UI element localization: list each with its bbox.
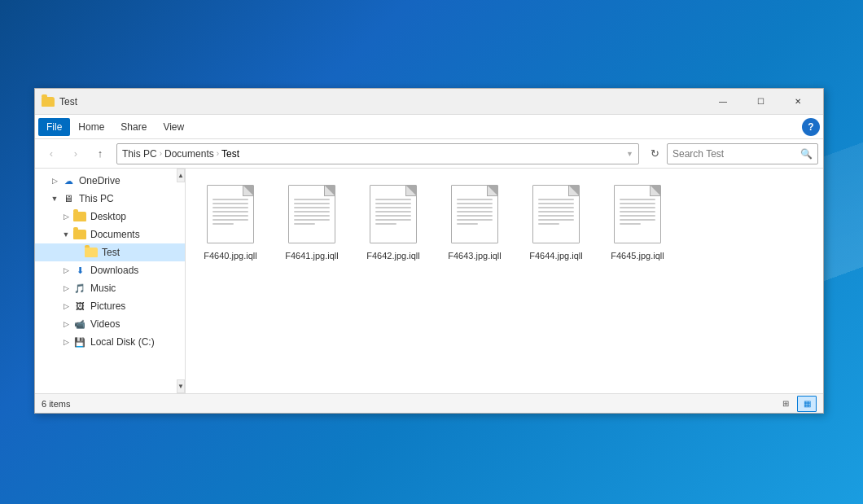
file-name: F4645.jpg.iqll	[611, 250, 664, 261]
sidebar-label-test: Test	[102, 247, 120, 258]
tile-view-button[interactable]: ▦	[797, 396, 817, 412]
file-name: F4643.jpg.iqll	[448, 250, 501, 261]
content-area: F4640.jpg.iqllF4641.jpg.iqllF4642.jpg.iq…	[186, 169, 823, 393]
document-icon	[370, 185, 417, 243]
address-sep-1: ›	[160, 149, 162, 158]
sidebar-label-downloads: Downloads	[90, 265, 138, 276]
search-icon[interactable]: 🔍	[800, 148, 813, 160]
up-button[interactable]: ↑	[89, 142, 112, 165]
maximize-button[interactable]: ☐	[742, 89, 779, 115]
title-bar: Test — ☐ ✕	[35, 89, 823, 115]
sidebar-item-onedrive[interactable]: ▷ ☁ OneDrive	[35, 172, 185, 190]
address-part-2: Documents	[164, 148, 214, 160]
onedrive-icon: ☁	[61, 174, 76, 187]
document-icon	[288, 185, 335, 243]
main-area: ▲ ▷ ☁ OneDrive ▼ 🖥 This PC ▷	[35, 169, 823, 393]
menu-view[interactable]: View	[155, 118, 192, 136]
file-item[interactable]: F4643.jpg.iqll	[438, 177, 511, 266]
sidebar-item-desktop[interactable]: ▷ Desktop	[35, 208, 185, 226]
videos-icon: 📹	[72, 318, 87, 331]
file-item[interactable]: F4641.jpg.iqll	[275, 177, 348, 266]
file-icon-wrapper	[528, 182, 585, 247]
sidebar-item-test[interactable]: Test	[35, 243, 185, 261]
disk-icon: 💾	[72, 335, 87, 348]
status-items-count: 6 items	[42, 399, 70, 409]
expand-arrow-localdisk[interactable]: ▷	[59, 335, 72, 348]
downloads-icon: ⬇	[72, 264, 87, 277]
file-icon-wrapper	[283, 182, 340, 247]
document-icon	[451, 185, 498, 243]
pictures-icon: 🖼	[72, 300, 87, 313]
file-name: F4644.jpg.iqll	[529, 250, 582, 261]
close-button[interactable]: ✕	[779, 89, 817, 115]
file-name: F4641.jpg.iqll	[285, 250, 338, 261]
menu-home[interactable]: Home	[70, 118, 112, 136]
sidebar-label-videos: Videos	[90, 318, 120, 330]
minimize-button[interactable]: —	[704, 89, 742, 115]
sidebar-item-localdisk[interactable]: ▷ 💾 Local Disk (C:)	[35, 333, 185, 351]
sidebar-item-pictures[interactable]: ▷ 🖼 Pictures	[35, 297, 185, 315]
file-name: F4642.jpg.iqll	[366, 250, 419, 261]
desktop-icon	[72, 210, 87, 223]
sidebar-label-localdisk: Local Disk (C:)	[90, 336, 155, 348]
file-item[interactable]: F4645.jpg.iqll	[601, 177, 674, 266]
file-item[interactable]: F4642.jpg.iqll	[357, 177, 430, 266]
sidebar-item-videos[interactable]: ▷ 📹 Videos	[35, 315, 185, 333]
scrollbar-up[interactable]: ▲	[177, 169, 185, 182]
expand-arrow-thispc[interactable]: ▼	[48, 192, 61, 205]
status-bar: 6 items ⊞ ▦	[35, 393, 823, 413]
document-icon	[614, 185, 661, 243]
expand-arrow-desktop[interactable]: ▷	[59, 210, 72, 223]
file-explorer-window: Test — ☐ ✕ File Home Share View ? ‹ › ↑ …	[34, 88, 824, 414]
scrollbar-down[interactable]: ▼	[177, 379, 185, 393]
sidebar-label-desktop: Desktop	[90, 211, 126, 222]
document-icon	[207, 185, 254, 243]
expand-arrow-downloads[interactable]: ▷	[59, 264, 72, 277]
file-icon-wrapper	[202, 182, 259, 247]
sidebar-label-onedrive: OneDrive	[79, 175, 120, 186]
file-icon-wrapper	[609, 182, 666, 247]
file-name: F4640.jpg.iqll	[204, 250, 256, 261]
expand-arrow-documents[interactable]: ▼	[59, 228, 72, 241]
sidebar-label-music: Music	[90, 283, 116, 294]
sidebar-label-thispc: This PC	[79, 193, 114, 204]
file-icon-wrapper	[365, 182, 422, 247]
window-controls: — ☐ ✕	[704, 89, 817, 115]
sidebar-label-documents: Documents	[90, 229, 140, 240]
list-view-button[interactable]: ⊞	[776, 396, 795, 412]
search-input[interactable]	[672, 148, 800, 160]
toolbar: ‹ › ↑ This PC › Documents › Test ▼ ↻ 🔍	[35, 139, 823, 169]
address-bar[interactable]: This PC › Documents › Test ▼	[116, 143, 639, 164]
title-folder-icon	[42, 95, 55, 108]
document-icon	[532, 185, 580, 243]
file-item[interactable]: F4644.jpg.iqll	[519, 177, 593, 266]
forward-button[interactable]: ›	[64, 142, 87, 165]
back-button[interactable]: ‹	[40, 142, 63, 165]
documents-icon	[72, 228, 87, 241]
view-buttons: ⊞ ▦	[776, 396, 817, 412]
menu-file[interactable]: File	[38, 118, 70, 136]
address-current: Test	[221, 148, 239, 160]
address-part-1: This PC	[122, 148, 157, 160]
expand-arrow-test[interactable]	[71, 246, 84, 259]
sidebar-label-pictures: Pictures	[90, 300, 125, 312]
menu-bar: File Home Share View ?	[35, 115, 823, 139]
expand-arrow-videos[interactable]: ▷	[59, 318, 72, 331]
expand-arrow-onedrive[interactable]: ▷	[48, 174, 61, 187]
help-button[interactable]: ?	[802, 118, 820, 136]
file-item[interactable]: F4640.jpg.iqll	[194, 177, 267, 266]
refresh-button[interactable]: ↻	[644, 143, 665, 164]
address-sep-2: ›	[217, 149, 219, 158]
menu-share[interactable]: Share	[112, 118, 155, 136]
expand-arrow-music[interactable]: ▷	[59, 282, 72, 295]
sidebar-item-documents[interactable]: ▼ Documents	[35, 226, 185, 243]
sidebar-item-music[interactable]: ▷ 🎵 Music	[35, 279, 185, 297]
test-icon	[84, 246, 99, 259]
search-bar[interactable]: 🔍	[667, 143, 818, 164]
expand-arrow-pictures[interactable]: ▷	[59, 300, 72, 313]
file-icon-wrapper	[446, 182, 503, 247]
sidebar-item-downloads[interactable]: ▷ ⬇ Downloads	[35, 261, 185, 279]
sidebar-item-thispc[interactable]: ▼ 🖥 This PC	[35, 190, 185, 208]
address-dropdown-icon[interactable]: ▼	[626, 150, 633, 158]
music-icon: 🎵	[72, 282, 87, 295]
